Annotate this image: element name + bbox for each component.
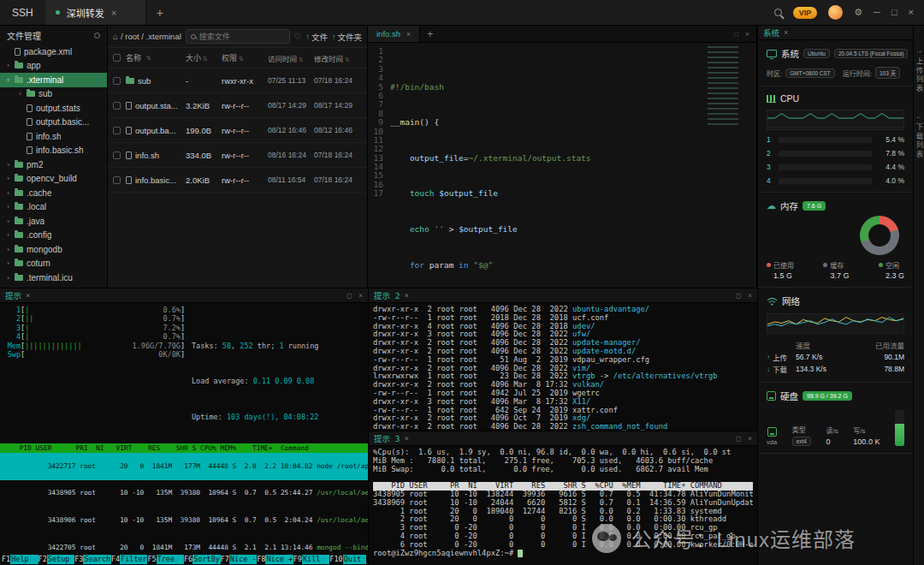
panel-close-icon[interactable]: ×: [745, 30, 749, 39]
file-name-cell[interactable]: info.sh: [121, 151, 186, 160]
file-search-box[interactable]: [186, 29, 290, 44]
function-key-button[interactable]: F6SortBy: [184, 555, 221, 564]
file-name-cell[interactable]: output.sta...: [121, 101, 186, 110]
tree-item[interactable]: ▾ .xterminal: [0, 73, 107, 87]
terminal-tab[interactable]: 提示 ×: [5, 289, 30, 301]
panel-close-icon[interactable]: ×: [748, 291, 752, 300]
tree-item[interactable]: › .terminal.icu: [0, 271, 107, 285]
tree-item[interactable]: info.basic.sh: [0, 144, 107, 158]
search-icon[interactable]: [774, 9, 782, 16]
tree-item[interactable]: output.stats: [0, 101, 107, 116]
close-icon[interactable]: ×: [111, 8, 116, 18]
file-name-cell[interactable]: output.ba...: [121, 126, 186, 135]
file-name-cell[interactable]: sub: [121, 76, 186, 86]
gear-icon[interactable]: ⚙: [854, 8, 862, 17]
column-modified-time[interactable]: 修改时间⇅: [314, 53, 357, 63]
maximize-button[interactable]: □: [891, 8, 897, 17]
file-name-cell[interactable]: info.basic...: [121, 175, 186, 185]
pin-icon[interactable]: [94, 33, 100, 39]
expand-arrow-icon[interactable]: ›: [5, 189, 11, 197]
new-editor-tab-button[interactable]: +: [420, 28, 440, 40]
close-icon[interactable]: ×: [26, 291, 30, 300]
expand-arrow-icon[interactable]: ›: [5, 259, 11, 267]
close-icon[interactable]: ×: [404, 434, 408, 443]
file-row[interactable]: output.sta... 3.2KiB rw-r--r-- 08/17 14:…: [108, 93, 367, 118]
function-key-button[interactable]: F10Quit: [329, 555, 366, 564]
function-key-button[interactable]: F8Nice +: [257, 555, 293, 564]
select-all-checkbox[interactable]: [113, 54, 121, 62]
function-key-button[interactable]: F9Kill: [293, 555, 330, 564]
panel-close-icon[interactable]: ×: [358, 291, 363, 300]
close-window-button[interactable]: ×: [909, 8, 914, 17]
close-icon[interactable]: ×: [784, 28, 788, 37]
function-key-button[interactable]: F7Nice -: [221, 555, 258, 564]
file-row[interactable]: info.basic... 2.0KiB rw-r--r-- 08/11 16:…: [108, 168, 367, 193]
editor-tab-info-sh[interactable]: info.sh ×: [368, 26, 420, 42]
row-checkbox[interactable]: [113, 152, 121, 159]
htop-table-header[interactable]: PID USER PRI NI VIRT RES SHR S CPU% MEM%…: [0, 443, 368, 453]
row-checkbox[interactable]: [113, 77, 121, 85]
expand-arrow-icon[interactable]: ›: [5, 62, 11, 69]
expand-arrow-icon[interactable]: ›: [5, 231, 11, 239]
column-access-time[interactable]: 访问时间⇅: [268, 53, 314, 63]
function-key-button[interactable]: F1Help: [2, 555, 38, 564]
avatar[interactable]: [828, 5, 843, 20]
tree-item[interactable]: › .config: [0, 229, 107, 243]
upload-file-button[interactable]: ↑ 文件: [305, 31, 328, 43]
file-row[interactable]: output.ba... 199.0B rw-r--r-- 08/12 16:4…: [108, 118, 367, 143]
panel-maximize-icon[interactable]: □: [347, 291, 352, 300]
expand-arrow-icon[interactable]: ›: [17, 90, 23, 98]
editor-minimap[interactable]: [708, 46, 754, 128]
vip-badge[interactable]: VIP: [793, 7, 818, 19]
home-icon[interactable]: ⌂: [113, 32, 118, 41]
tab-system[interactable]: 系统 ×: [763, 27, 788, 39]
close-icon[interactable]: ×: [404, 291, 408, 300]
function-key-button[interactable]: F4Filter: [111, 555, 148, 564]
tree-item[interactable]: › app: [0, 59, 107, 74]
tree-item[interactable]: › coturn: [0, 257, 107, 271]
panel-close-icon[interactable]: ×: [748, 434, 752, 443]
function-key-button[interactable]: F2Setup: [38, 555, 75, 564]
htop-meters-area[interactable]: 1 [ | 0.6% ] 2 [ || 0.7% ]: [0, 303, 368, 439]
row-checkbox[interactable]: [113, 176, 121, 184]
panel-maximize-icon[interactable]: □: [734, 30, 738, 39]
terminal-output[interactable]: drwxr-xr-x 2 root root 4096 Dec 28 2022 …: [369, 303, 757, 431]
column-permissions[interactable]: 权限⇅: [222, 52, 268, 63]
terminal-tab[interactable]: 提示 2 ×: [374, 289, 409, 301]
column-name[interactable]: 名称⇅: [121, 52, 186, 63]
file-row[interactable]: sub - rwxr-xr-x 07/25 11:13 07/18 16:24: [108, 68, 367, 93]
process-row[interactable]: 3438905 root 10 -10 135M 39380 10964 S 0…: [0, 480, 368, 508]
tree-item[interactable]: › .java: [0, 214, 107, 229]
tree-item[interactable]: info.sh: [0, 129, 107, 144]
session-tab[interactable]: 深圳转发 ×: [45, 0, 146, 25]
tree-item[interactable]: package.xml: [0, 45, 107, 59]
expand-arrow-icon[interactable]: ›: [5, 274, 11, 282]
column-size[interactable]: 大小⇅: [186, 52, 222, 63]
app-menu-ssh[interactable]: SSH: [0, 7, 45, 19]
tree-item[interactable]: › mongodb: [0, 242, 107, 257]
search-input[interactable]: [199, 33, 285, 41]
function-key-button[interactable]: F3Search: [74, 555, 111, 564]
close-icon[interactable]: ×: [406, 30, 411, 39]
upload-folder-button[interactable]: ↑ 文件夹: [332, 31, 362, 43]
expand-arrow-icon[interactable]: ›: [5, 161, 11, 169]
tree-item[interactable]: › .local: [0, 200, 107, 215]
breadcrumb[interactable]: ⌂ / root / .xterminal: [113, 32, 181, 41]
terminal-tab[interactable]: 提示 3 ×: [374, 432, 409, 444]
tree-item[interactable]: › pm2: [0, 158, 107, 172]
breadcrumb-path[interactable]: / root / .xterminal: [121, 32, 181, 41]
terminal-output[interactable]: %Cpu(s): 1.6 us, 1.9 sy, 0.0 ni, 96.8 id…: [369, 446, 757, 560]
process-row[interactable]: 3422717 root 20 0 1841M 177M 44448 S 2.0…: [0, 453, 368, 480]
row-checkbox[interactable]: [113, 127, 121, 134]
favorite-icon[interactable]: ♡: [294, 32, 302, 41]
htop-process-list[interactable]: 3422717 root 20 0 1841M 177M 44448 S 2.0…: [0, 453, 368, 565]
new-session-tab-button[interactable]: +: [146, 6, 174, 20]
expand-arrow-icon[interactable]: ›: [5, 246, 11, 253]
process-row[interactable]: 3438906 root 10 -10 135M 39380 10964 S 0…: [0, 507, 368, 534]
tree-item[interactable]: › .cache: [0, 186, 107, 200]
panel-maximize-icon[interactable]: □: [737, 291, 741, 300]
tree-item[interactable]: output.basic...: [0, 116, 107, 130]
panel-maximize-icon[interactable]: □: [737, 434, 741, 443]
expand-arrow-icon[interactable]: ›: [5, 217, 11, 225]
vertical-tab[interactable]: ↓ 下载列表: [914, 116, 924, 159]
